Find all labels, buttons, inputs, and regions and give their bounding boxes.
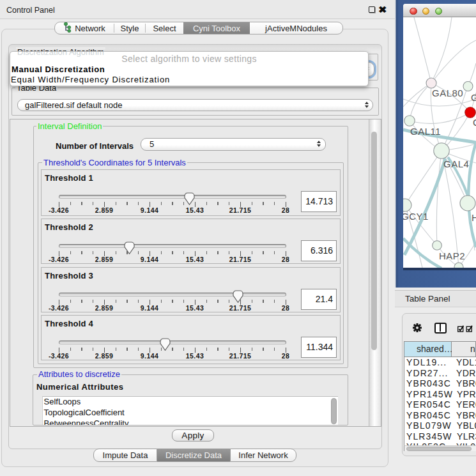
svg-text:GAL80: GAL80 — [432, 88, 463, 98]
svg-text:GCY1: GCY1 — [403, 211, 429, 222]
svg-text:GAL1: GAL1 — [471, 92, 476, 103]
svg-text:HIS4: HIS4 — [472, 212, 476, 223]
svg-text:GAL11: GAL11 — [410, 126, 441, 137]
svg-text:HAP2: HAP2 — [439, 250, 465, 261]
svg-text:C: C — [473, 117, 476, 128]
svg-text:GAL4: GAL4 — [443, 158, 469, 169]
